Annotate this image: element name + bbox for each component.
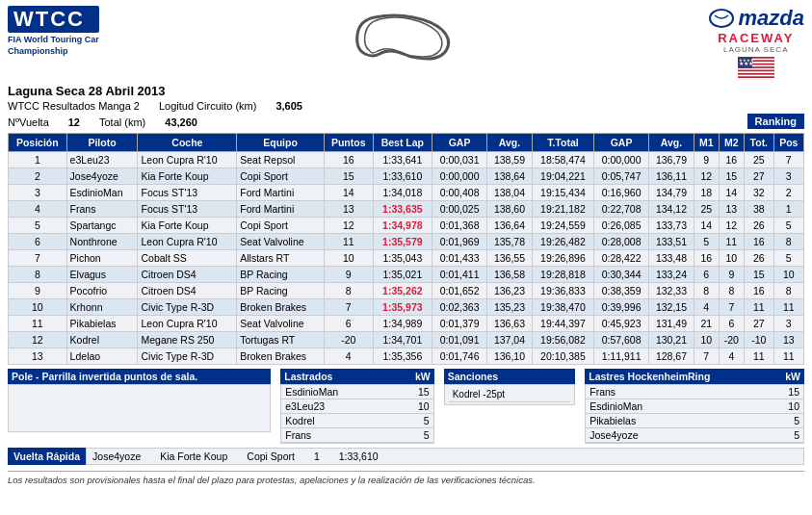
col-gap2: GAP [593,134,648,152]
table-cell: 1:34,701 [373,332,432,348]
table-cell: 12 [9,332,67,348]
table-cell: 0:00,025 [432,201,486,218]
hockenheim-kw: 5 [751,428,803,443]
lastrados-content: EsdinioMan15e3Leu2310Kodrel5Frans5 [280,384,433,444]
table-cell: 8 [694,283,719,299]
table-cell: 0:30,344 [593,267,648,283]
table-cell: 0:01,411 [432,267,486,283]
hockenheim-kw: kW [785,371,800,382]
table-cell: 26 [745,250,773,267]
table-cell: 19:21,182 [532,201,593,218]
table-cell: 10 [719,250,744,267]
table-cell: 19:38,470 [532,299,593,316]
bottom-section: Pole - Parrilla invertida puntos de sala… [8,369,804,444]
track-map [109,6,698,64]
table-cell: 136,64 [487,218,533,234]
table-cell: 5 [9,218,67,234]
hockenheim-table: Frans15EsdinioMan10Pikabielas5Jose4yoze5 [586,385,803,443]
col-posicion: Posición [9,134,67,152]
table-cell: 1:33,641 [373,152,432,168]
table-cell: 1:35,021 [373,267,432,283]
pole-content [8,384,271,432]
list-item: Kodrel5 [281,414,432,428]
table-cell: 1:35,043 [373,250,432,267]
table-row: 11PikabielasLeon Cupra R'10Seat Valvolin… [9,316,804,332]
table-cell: 15 [719,168,744,185]
table-cell: Frans [66,201,138,218]
list-item: Jose4yoze5 [586,428,803,443]
table-cell: 138,04 [487,185,533,201]
table-cell: 16 [745,283,773,299]
table-cell: 6 [719,316,744,332]
total-value: 43,260 [165,116,197,128]
table-cell: 6 [324,316,373,332]
table-cell: 0:00,000 [593,152,648,168]
table-cell: 8 [719,283,744,299]
table-cell: 131,49 [649,316,694,332]
table-cell: 1:34,018 [373,185,432,201]
table-cell: Ford Martini [237,185,325,201]
table-cell: -20 [324,332,373,348]
table-cell: 5 [773,218,803,234]
vuelta-section: Vuelta Rápida Jose4yoze Kia Forte Koup C… [8,448,804,465]
lastrados-title: Lastrados [284,371,332,382]
event-details-2: NºVuelta 12 Total (km) 43,260 Ranking [8,114,804,131]
table-cell: 1:11,911 [593,348,648,365]
table-cell: 135,78 [487,234,533,250]
table-cell: 134,12 [649,201,694,218]
table-cell: 19:44,397 [532,316,593,332]
table-cell: 12 [719,218,744,234]
table-cell: 0:57,608 [593,332,648,348]
hockenheim-kw: 10 [751,399,803,414]
table-cell: 14 [694,218,719,234]
table-cell: Kia Forte Koup [138,218,237,234]
col-piloto: Piloto [66,134,138,152]
table-row: 5SpartangcKia Forte KoupCopi Sport121:34… [9,218,804,234]
table-cell: Civic Type R-3D [138,348,237,365]
table-cell: Seat Valvoline [237,316,325,332]
table-cell: 13 [324,201,373,218]
col-puntos: Puntos [324,134,373,152]
lastrados-section: Lastrados kW EsdinioMan15e3Leu2310Kodrel… [280,369,433,444]
table-cell: Megane RS 250 [138,332,237,348]
table-cell: 8 [324,283,373,299]
svg-text:★★★★: ★★★★ [739,58,754,63]
table-cell: 15 [745,267,773,283]
table-cell: 1:34,989 [373,316,432,332]
table-cell: 11 [773,348,803,365]
table-cell: 9 [324,267,373,283]
col-avg1: Avg. [487,134,533,152]
table-cell: 0:22,708 [593,201,648,218]
table-cell: Leon Cupra R'10 [138,316,237,332]
table-cell: 10 [9,299,67,316]
table-cell: 3 [773,168,803,185]
table-cell: 136,58 [487,267,533,283]
table-cell: 9 [9,283,67,299]
table-cell: 25 [694,201,719,218]
lastrado-kw: 5 [397,414,433,428]
hockenheim-name: EsdinioMan [586,399,751,414]
table-cell: 0:39,996 [593,299,648,316]
table-cell: Jose4yoze [66,168,138,185]
hockenheim-name: Frans [586,385,751,399]
table-cell: Ldelao [66,348,138,365]
table-cell: 133,73 [649,218,694,234]
vuelta-row: Jose4yoze Kia Forte Koup Copi Sport 1 1:… [86,448,804,465]
manga-label: WTCC Resultados Manga 2 [8,100,140,112]
table-cell: Elvagus [66,267,138,283]
table-cell: 0:38,359 [593,283,648,299]
table-cell: 5 [694,234,719,250]
table-cell: 0:01,433 [432,250,486,267]
event-title: Laguna Seca 28 Abril 2013 [8,84,166,98]
table-cell: 9 [694,152,719,168]
table-row: 4FransFocus ST'13Ford Martini131:33,6350… [9,201,804,218]
table-cell: 133,48 [649,250,694,267]
table-cell: 8 [773,234,803,250]
mazda-logo: mazda RACEWAY LAGUNA SECA ★★★ ★★★★ [708,6,804,80]
table-cell: 4 [719,348,744,365]
hockenheim-header: Lastres HockenheimRing kW [585,369,804,384]
table-cell: 128,67 [649,348,694,365]
table-cell: 1:35,579 [373,234,432,250]
table-cell: 138,59 [487,152,533,168]
table-row: 10KrhonnCivic Type R-3DBroken Brakes71:3… [9,299,804,316]
